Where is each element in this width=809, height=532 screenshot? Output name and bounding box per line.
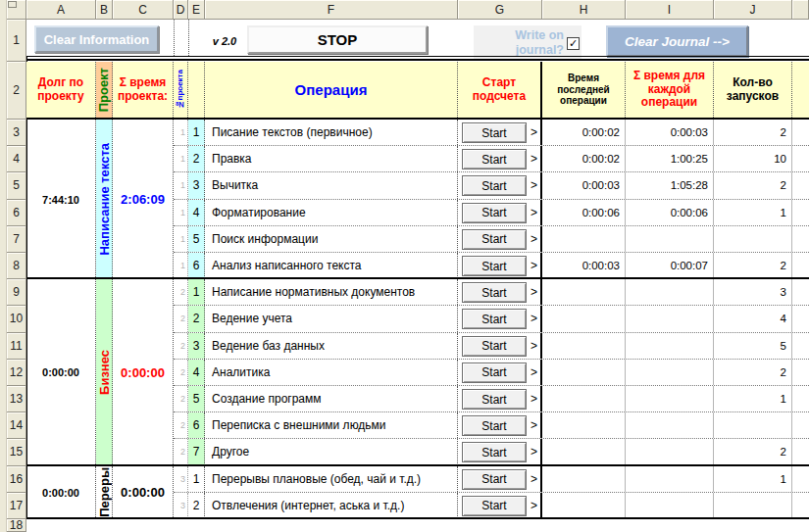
column-header-E[interactable]: E	[188, 0, 205, 20]
cell-operation-name[interactable]: Перерывы плановые (обед, чай и т.д.)	[205, 466, 458, 492]
start-button[interactable]: Start	[462, 282, 527, 303]
column-header-I[interactable]: I	[626, 0, 714, 20]
cell-last-operation-time[interactable]	[542, 386, 626, 411]
cell-op-index[interactable]: 2	[188, 146, 205, 171]
cell-runs-count[interactable]	[714, 412, 792, 438]
cell-project-debt[interactable]: 7:44:10	[26, 120, 96, 279]
cell-project-no[interactable]: 2	[174, 386, 188, 411]
cell-start[interactable]: Start>	[458, 439, 542, 464]
cell-project-no[interactable]: 1	[174, 200, 188, 225]
cell-last-operation-time[interactable]	[542, 466, 626, 492]
cell-sum-time[interactable]	[626, 466, 714, 492]
header-cell-partial[interactable]	[792, 62, 809, 118]
cell-partial[interactable]	[792, 333, 809, 359]
cell-sum-time[interactable]	[626, 386, 714, 411]
cell-partial[interactable]	[792, 306, 809, 331]
row-header-17[interactable]: 17	[7, 493, 26, 519]
row-header-8[interactable]: 8	[7, 253, 26, 279]
cell-sum-time[interactable]	[626, 412, 714, 438]
cell-start[interactable]: Start>	[458, 412, 542, 438]
cell-op-index[interactable]: 4	[188, 200, 205, 225]
cell-op-index[interactable]: 6	[188, 412, 205, 438]
cell-runs-count[interactable]: 2	[714, 360, 792, 385]
cell-project-no[interactable]: 1	[174, 172, 188, 198]
cell-operation-name[interactable]: Написание нормативных документов	[205, 279, 458, 305]
header-cell-project-no[interactable]: №проекта	[174, 62, 188, 118]
row-header-4[interactable]: 4	[7, 146, 26, 172]
cell-op-index[interactable]: 6	[188, 253, 205, 278]
cell-sum-time[interactable]	[626, 279, 714, 305]
cell-runs-count[interactable]: 1	[714, 386, 792, 411]
cell-op-index[interactable]: 1	[188, 466, 205, 492]
row-header-14[interactable]: 14	[7, 412, 26, 439]
cell-project-name[interactable]: Бизнес	[96, 279, 113, 465]
clear-journal-button[interactable]: Clear Journal -->	[606, 25, 748, 57]
header-cell-sum-time-per-operation[interactable]: Σ время для каждой операции	[626, 62, 714, 118]
cell-runs-count[interactable]: 3	[714, 279, 792, 305]
cell-start[interactable]: Start>	[458, 493, 542, 518]
cell-last-operation-time[interactable]	[542, 333, 626, 359]
cell-runs-count[interactable]: 1	[714, 466, 792, 492]
cell-op-index[interactable]: 1	[188, 279, 205, 305]
cell-op-index[interactable]: 5	[188, 386, 205, 411]
cell-start[interactable]: Start>	[458, 146, 542, 171]
cell-start[interactable]: Start>	[458, 360, 542, 385]
cell-operation-name[interactable]: Писание текстов (первичное)	[205, 120, 458, 145]
cell-last-operation-time[interactable]: 0:00:02	[542, 120, 626, 145]
header-cell-project[interactable]: Проект	[96, 62, 113, 118]
cell-operation-name[interactable]: Правка	[205, 146, 458, 171]
cell-last-operation-time[interactable]: 0:00:06	[542, 200, 626, 225]
cell-operation-name[interactable]: Переписка с внешними людьми	[205, 412, 458, 438]
cell-operation-name[interactable]: Вычитка	[205, 172, 458, 198]
cell-runs-count[interactable]: 2	[714, 120, 792, 145]
cell-runs-count[interactable]: 10	[714, 146, 792, 171]
row-header-6[interactable]: 6	[7, 200, 26, 226]
row-header-2[interactable]: 2	[7, 62, 26, 120]
cell-last-operation-time[interactable]	[542, 439, 626, 464]
cell-project-no[interactable]: 3	[174, 466, 188, 492]
row-header-15[interactable]: 15	[7, 439, 26, 465]
cell-project-sum-time[interactable]: 2:06:09	[113, 120, 174, 279]
cell-project-no[interactable]: 1	[174, 146, 188, 171]
cell-operation-name[interactable]: Форматирование	[205, 200, 458, 225]
cell-start[interactable]: Start>	[458, 253, 542, 278]
start-button[interactable]: Start	[462, 149, 527, 169]
cell-runs-count[interactable]	[714, 226, 792, 252]
cell-op-index[interactable]: 2	[188, 306, 205, 331]
start-button[interactable]: Start	[462, 122, 527, 143]
cell-project-no[interactable]: 1	[174, 120, 188, 145]
column-header-H[interactable]: H	[542, 0, 626, 20]
cell-start[interactable]: Start>	[458, 172, 542, 198]
write-on-journal-checkbox[interactable]: ✓	[567, 37, 580, 50]
start-button[interactable]: Start	[462, 496, 527, 516]
start-button[interactable]: Start	[462, 309, 527, 329]
cell-last-operation-time[interactable]	[542, 493, 626, 518]
cell-partial[interactable]	[792, 360, 809, 385]
column-header-partial[interactable]	[792, 0, 809, 20]
start-button[interactable]: Start	[462, 203, 527, 223]
cell-sum-time[interactable]	[626, 493, 714, 518]
cell-operation-name[interactable]: Анализ написанного текста	[205, 253, 458, 278]
column-header-J[interactable]: J	[714, 0, 792, 20]
cell-partial[interactable]	[792, 439, 809, 464]
cell-start[interactable]: Start>	[458, 386, 542, 411]
cell-partial[interactable]	[792, 253, 809, 278]
cell-last-operation-time[interactable]: 0:00:02	[542, 146, 626, 171]
cell-project-no[interactable]: 2	[174, 306, 188, 331]
column-header-F[interactable]: F	[205, 0, 458, 20]
row-header-10[interactable]: 10	[7, 306, 26, 332]
cell-project-no[interactable]: 2	[174, 279, 188, 305]
column-header-A[interactable]: A	[26, 0, 96, 20]
cell-sum-time[interactable]: 0:00:07	[626, 253, 714, 278]
column-header-G[interactable]: G	[458, 0, 542, 20]
cell-project-debt[interactable]: 0:00:00	[26, 466, 96, 519]
cell-start[interactable]: Start>	[458, 466, 542, 492]
cell-project-debt[interactable]: 0:00:00	[26, 279, 96, 465]
cell-op-index[interactable]: 3	[188, 333, 205, 359]
cell-project-name[interactable]: Написание текста	[96, 120, 113, 279]
cell-last-operation-time[interactable]	[542, 279, 626, 305]
cell-partial[interactable]	[792, 120, 809, 145]
cell-sum-time[interactable]	[626, 306, 714, 331]
header-cell-operation[interactable]: Операция	[205, 62, 458, 118]
header-cell-last-operation-time[interactable]: Время последней операции	[542, 62, 626, 118]
